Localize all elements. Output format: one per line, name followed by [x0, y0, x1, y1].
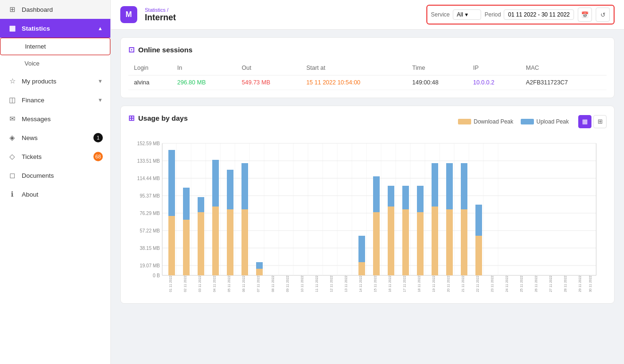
svg-text:27 11 2022: 27 11 2022 [549, 275, 552, 292]
upload-color [521, 119, 534, 124]
service-label: Service [431, 11, 450, 18]
svg-text:24 11 2022: 24 11 2022 [505, 275, 508, 292]
svg-text:16 11 2022: 16 11 2022 [388, 275, 391, 292]
svg-rect-43 [358, 262, 365, 275]
sidebar-item-documents[interactable]: ◻ Documents [0, 166, 110, 185]
messages-icon: ✉ [8, 114, 17, 124]
svg-rect-22 [198, 212, 204, 275]
bar-upload [168, 150, 175, 216]
upload-legend: Upload Peak [521, 118, 569, 125]
svg-text:30 11 2022: 30 11 2022 [589, 275, 592, 292]
usage-chart: 152.59 MB 133.51 MB 114.44 MB 95.37 MB 7… [128, 134, 607, 294]
online-sessions-card: ⊡ Online sessions Login In Out Start at … [120, 37, 615, 98]
sidebar-item-dashboard[interactable]: ⊞ Dashboard [0, 0, 110, 19]
svg-text:19.07 MB: 19.07 MB [140, 263, 160, 268]
svg-text:152.59 MB: 152.59 MB [137, 141, 160, 146]
cell-start: 15 11 2022 10:54:00 [300, 75, 407, 90]
period-control: Period 01 11 2022 - 30 11 2022 [485, 9, 574, 20]
svg-rect-55 [417, 212, 424, 275]
svg-rect-62 [446, 163, 453, 209]
svg-rect-58 [432, 207, 438, 275]
sidebar-item-label: Dashboard [22, 6, 53, 13]
usage-by-days-card: ⊞ Usage by days Download Peak Upload Pea… [120, 106, 615, 304]
svg-rect-34 [256, 269, 263, 275]
sidebar-item-myproducts[interactable]: ☆ My products ▼ [0, 72, 110, 91]
upload-label: Upload Peak [536, 118, 569, 125]
bar-chart-button[interactable]: ▦ [578, 115, 591, 128]
chevron-down-icon: ▼ [98, 97, 103, 103]
app-logo: M [120, 6, 137, 23]
svg-rect-29 [227, 170, 233, 209]
calendar-button[interactable]: 📅 [578, 8, 592, 22]
sidebar-item-label: Tickets [22, 153, 42, 160]
svg-text:08 11 2022: 08 11 2022 [271, 275, 275, 292]
header-controls: Service All ▾ Period 01 11 2022 - 30 11 … [426, 5, 615, 25]
sidebar-item-label: News [22, 134, 38, 141]
svg-rect-35 [256, 262, 263, 269]
col-out: Out [236, 61, 301, 75]
sidebar-item-label: Internet [25, 43, 46, 50]
svg-text:09 11 2022: 09 11 2022 [286, 275, 289, 292]
svg-text:38.15 MB: 38.15 MB [140, 246, 160, 251]
sidebar-item-statistics[interactable]: ▦ Statistics ▲ [0, 19, 110, 38]
sidebar-item-voice[interactable]: Voice [0, 55, 110, 72]
service-value: All [457, 11, 463, 18]
svg-text:20 11 2022: 20 11 2022 [447, 275, 450, 292]
cell-in: 296.80 MB [172, 75, 236, 90]
statistics-icon: ▦ [8, 24, 17, 33]
col-ip: IP [467, 61, 520, 75]
sessions-icon: ⊡ [128, 45, 134, 54]
svg-rect-64 [461, 209, 467, 275]
svg-rect-68 [475, 205, 482, 236]
cell-login: alvina [128, 75, 172, 90]
sidebar-item-news[interactable]: ◈ News 1 [0, 128, 110, 147]
sidebar-item-internet[interactable]: Internet [0, 38, 110, 55]
svg-text:28 11 2022: 28 11 2022 [564, 275, 567, 292]
period-text: 01 11 2022 - 30 11 2022 [508, 11, 570, 18]
svg-text:02 11 2022: 02 11 2022 [183, 275, 187, 292]
svg-text:25 11 2022: 25 11 2022 [520, 275, 523, 292]
svg-rect-49 [388, 207, 394, 275]
svg-text:12 11 2022: 12 11 2022 [330, 275, 333, 292]
sidebar-item-label: My products [22, 78, 57, 85]
sidebar-item-label: Voice [25, 60, 40, 67]
svg-text:13 11 2022: 13 11 2022 [344, 275, 348, 292]
period-value[interactable]: 01 11 2022 - 30 11 2022 [504, 9, 574, 20]
svg-text:15 11 2022: 15 11 2022 [374, 275, 377, 292]
sidebar-item-tickets[interactable]: ◇ Tickets 68 [0, 147, 110, 166]
sidebar-item-messages[interactable]: ✉ Messages [0, 109, 110, 128]
svg-rect-44 [358, 236, 365, 262]
sidebar-item-about[interactable]: ℹ About [0, 185, 110, 204]
sidebar-item-label: About [22, 191, 38, 198]
documents-icon: ◻ [8, 171, 17, 180]
svg-rect-65 [461, 163, 467, 209]
period-label: Period [485, 11, 501, 18]
svg-rect-20 [183, 188, 190, 220]
finance-icon: ◫ [8, 95, 17, 105]
col-mac: MAC [520, 61, 607, 75]
chevron-up-icon: ▲ [98, 25, 103, 31]
download-legend: Download Peak [458, 118, 513, 125]
chevron-down-icon: ▼ [98, 78, 103, 84]
col-login: Login [128, 61, 172, 75]
svg-rect-53 [402, 186, 409, 209]
dashboard-icon: ⊞ [8, 5, 17, 14]
table-view-button[interactable]: ⊞ [593, 115, 607, 128]
tickets-icon: ◇ [8, 152, 17, 161]
svg-rect-19 [183, 220, 190, 275]
svg-rect-52 [402, 209, 409, 275]
svg-rect-47 [373, 176, 380, 212]
svg-text:01 11 2022: 01 11 2022 [169, 275, 172, 292]
svg-rect-25 [212, 207, 219, 275]
sidebar-item-label: Documents [22, 172, 54, 179]
svg-rect-31 [241, 209, 248, 275]
service-select[interactable]: All ▾ [453, 9, 481, 20]
sidebar-item-finance[interactable]: ◫ Finance ▼ [0, 91, 110, 109]
usage-title: ⊞ Usage by days [128, 114, 188, 123]
sidebar: ⊞ Dashboard ▦ Statistics ▲ Internet Voic… [0, 0, 111, 364]
refresh-button[interactable]: ↺ [596, 8, 610, 22]
sidebar-item-label: Messages [22, 116, 51, 123]
svg-rect-50 [388, 186, 394, 207]
svg-text:03 11 2022: 03 11 2022 [198, 275, 201, 292]
svg-rect-56 [417, 186, 424, 212]
